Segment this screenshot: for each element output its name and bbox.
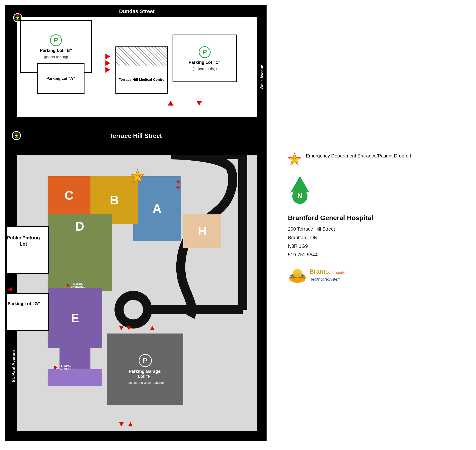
terrace-hill-street-bar: Terrace Hill Street — [5, 129, 267, 143]
svg-text:ED: ED — [292, 157, 296, 161]
hospital-address-line2: Brantford, ON — [288, 233, 455, 242]
hospital-address-line3: N3R 1G9 — [288, 242, 455, 250]
public-parking-text: Public Parking Lot — [7, 235, 40, 247]
red-arrow-garage-2 — [127, 326, 131, 330]
e-wing-entrance-text: E WING ENTRANCE — [58, 364, 73, 371]
bottom-inner-area: A B C D E H — [17, 155, 257, 431]
parking-lot-c-name: Parking Lot “C” — [188, 60, 221, 65]
legend-ed-star: ED — [288, 153, 301, 166]
legend-ed-description: Emergency Department Entrance/Patient Dr… — [306, 153, 411, 159]
north-compass: N — [288, 174, 455, 205]
parking-lot-a-name: Parking Lot “A” — [46, 77, 75, 81]
parking-lot-b-icon: P — [50, 34, 62, 46]
wells-avenue-text: Wells Avenue — [260, 65, 264, 89]
d-wing-entrance-text: D WING ENTRANCE — [71, 282, 85, 289]
parking-garage-f-icon: P — [139, 354, 152, 367]
brant-logo-text-block: BrantCommunity HealthcareSystem — [309, 268, 345, 282]
red-arrow-down-1 — [196, 101, 202, 106]
red-arrow-ed-2 — [176, 186, 180, 189]
parking-lot-b-name: Parking Lot “B” — [40, 48, 72, 53]
parking-lot-g-box — [6, 293, 49, 331]
e-wing-entrance-label: E WING ENTRANCE — [54, 364, 73, 371]
svg-point-10 — [293, 269, 302, 278]
hospital-address: 200 Terrace Hill Street Brantford, ON N3… — [288, 225, 455, 259]
elizabeth-street-text: Elizabeth Street — [266, 311, 271, 339]
legend-ed-item: ED Emergency Department Entrance/Patient… — [288, 153, 455, 166]
svg-text:ED: ED — [135, 174, 140, 178]
red-arrow-lotg-1 — [8, 287, 12, 292]
wells-avenue-label: Wells Avenue — [260, 42, 264, 89]
public-parking-lot-box — [6, 226, 49, 274]
bottom-map: A B C D E H — [5, 143, 267, 441]
wing-h: H — [183, 214, 221, 248]
wing-h-label: H — [198, 224, 207, 238]
medical-centre-label: Terrace Hill Medical Centre — [116, 66, 167, 92]
brant-logo: BrantCommunity HealthcareSystem — [288, 266, 455, 284]
traffic-light-mid — [12, 131, 21, 140]
parking-lot-c-sub: (patient parking) — [192, 67, 217, 71]
public-parking-lot-label: Public Parking Lot — [7, 235, 40, 247]
red-arrow-garage-1 — [119, 326, 124, 330]
wing-d: D — [48, 214, 112, 291]
wing-e: E — [48, 288, 102, 348]
wing-e-bottom — [48, 369, 102, 386]
hospital-address-line1: 200 Terrace Hill Street — [288, 225, 455, 233]
brant-logo-graphic — [288, 266, 307, 284]
dundas-street-text: Dundas Street — [119, 8, 154, 14]
terrace-hill-medical-centre: Terrace Hill Medical Centre — [116, 47, 168, 94]
garage-f-line2: Lot “F” — [138, 374, 153, 379]
hospital-name: Brantford General Hospital — [288, 214, 455, 222]
wing-b-label: B — [110, 193, 119, 207]
svg-text:N: N — [297, 192, 302, 199]
red-arrow-ed-1 — [176, 180, 180, 184]
main-wrapper: Dundas Street Wells Avenue McClure Avenu… — [0, 0, 476, 450]
red-arrow-2 — [105, 60, 110, 66]
top-map: Dundas Street Wells Avenue McClure Avenu… — [5, 5, 267, 129]
parking-lot-c: P Parking Lot “C” (patient parking) — [173, 35, 237, 82]
elizabeth-street-label: Elizabeth Street — [266, 311, 271, 382]
wing-d-label: D — [75, 219, 84, 233]
parking-garage-f-name: Parking Garage/ Lot “F” — [129, 369, 162, 379]
parking-lot-g-label: Parking Lot “G” — [7, 301, 41, 306]
info-panel: ED Emergency Department Entrance/Patient… — [279, 143, 464, 441]
svg-point-1 — [119, 295, 148, 324]
d-wing-entrance-label: D WING ENTRANCE — [67, 282, 83, 289]
parking-garage-f: P Parking Garage/ Lot “F” (patient and v… — [107, 333, 183, 405]
compass-graphic: N — [288, 174, 312, 205]
ed-star-marker: ED — [130, 169, 145, 183]
red-arrow-lawrence-1 — [119, 422, 124, 426]
st-paul-avenue-text: St. Paul Avenue — [11, 350, 16, 382]
parking-lot-b-sub: (patient parking) — [44, 55, 68, 59]
wing-a-label: A — [153, 201, 162, 216]
dundas-street-label: Dundas Street — [77, 8, 196, 15]
red-arrow-up-1 — [168, 101, 174, 106]
wing-c-label: C — [64, 188, 74, 202]
parking-lot-c-icon: P — [199, 46, 211, 58]
wing-e-label: E — [71, 311, 79, 325]
hatch-pattern — [116, 47, 167, 66]
wing-c: C — [48, 176, 90, 214]
red-arrow-1 — [105, 53, 110, 59]
red-arrow-garage-up — [150, 326, 155, 330]
hospital-address-line4: 519-751-5544 — [288, 250, 455, 259]
red-arrow-3 — [105, 67, 110, 73]
parking-lot-g-text: Parking Lot “G” — [8, 301, 40, 306]
red-arrow-lawrence-2 — [128, 422, 133, 426]
terrace-hill-street-text: Terrace Hill Street — [110, 132, 162, 140]
wing-a: A — [133, 176, 181, 241]
parking-garage-f-sub: (patient and visitor parking) — [127, 381, 164, 385]
garage-f-line1: Parking Garage/ — [129, 369, 162, 374]
parking-lot-a: Parking Lot “A” — [37, 63, 85, 94]
dashed-border-svg — [16, 116, 249, 120]
